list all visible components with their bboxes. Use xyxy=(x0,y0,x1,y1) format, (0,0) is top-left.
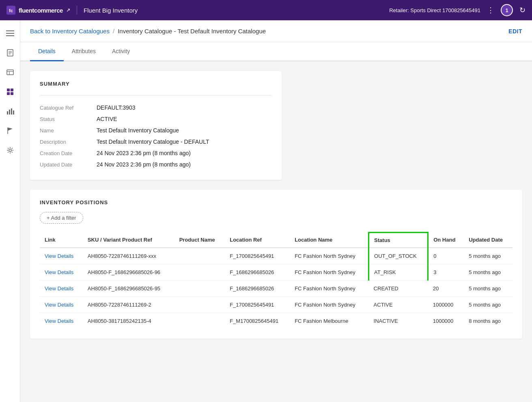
navbar-more-button[interactable]: ⋮ xyxy=(487,6,494,15)
summary-label-status: Status xyxy=(40,116,97,122)
svg-rect-18 xyxy=(11,108,12,115)
cell-location-ref: F_1686296685026 xyxy=(225,281,290,297)
breadcrumb: Back to Inventory Catalogues / Inventory… xyxy=(30,28,266,35)
cell-link[interactable]: View Details xyxy=(40,248,83,264)
col-header-link: Link xyxy=(40,233,83,248)
col-header-status: Status xyxy=(369,233,428,248)
cell-product-name xyxy=(174,313,225,329)
sidebar-item-catalogue[interactable] xyxy=(2,64,18,80)
cell-location-ref: F_1686296685026 xyxy=(225,264,290,281)
edit-button[interactable]: EDIT xyxy=(508,28,522,35)
inventory-positions-section: INVENTORY POSITIONS + Add a filter Link … xyxy=(30,190,522,339)
svg-rect-17 xyxy=(9,110,10,115)
cell-location-name: FC Fashion Melbourne xyxy=(290,313,368,329)
menu-icon xyxy=(6,29,14,37)
cell-updated-date: 5 months ago xyxy=(464,297,513,313)
summary-row-creation-date: Creation Date 24 Nov 2023 2:36 pm (8 mon… xyxy=(40,147,272,159)
svg-marker-21 xyxy=(8,128,13,131)
col-header-updated-date: Updated Date xyxy=(464,233,513,248)
summary-label-name: Name xyxy=(40,128,97,134)
summary-title: SUMMARY xyxy=(40,81,272,87)
cell-on-hand: 0 xyxy=(428,248,464,264)
table-row: View Details AH8050-F_1686296685026-96 F… xyxy=(40,264,513,281)
svg-rect-4 xyxy=(6,35,14,36)
catalogue-icon xyxy=(6,68,14,76)
table-row: View Details AH8050-F_1686296685026-95 F… xyxy=(40,281,513,297)
navbar-retailer-label: Retailer: Sports Direct 1700825645491 xyxy=(389,7,480,13)
summary-value-name: Test Default Inventory Catalogue xyxy=(97,127,179,134)
svg-rect-15 xyxy=(11,92,13,95)
cell-updated-date: 8 months ago xyxy=(464,313,513,329)
settings-icon xyxy=(6,146,14,154)
tab-attributes[interactable]: Attributes xyxy=(64,42,104,61)
navbar: fc fluentcommerce ↗ Fluent Big Inventory… xyxy=(0,0,532,20)
navbar-title: Fluent Big Inventory xyxy=(84,7,383,14)
sidebar-item-orders[interactable] xyxy=(2,45,18,61)
summary-row-updated-date: Updated Date 24 Nov 2023 2:36 pm (8 mont… xyxy=(40,159,272,170)
cell-link[interactable]: View Details xyxy=(40,297,83,313)
navbar-logo-arrow: ↗ xyxy=(66,7,70,13)
cell-on-hand: 1000000 xyxy=(428,297,464,313)
tab-details[interactable]: Details xyxy=(30,42,64,61)
breadcrumb-bar: Back to Inventory Catalogues / Inventory… xyxy=(20,20,532,42)
summary-label-creation-date: Creation Date xyxy=(40,150,97,156)
svg-rect-3 xyxy=(6,33,14,34)
tabs-container: Details Attributes Activity xyxy=(20,42,532,61)
cell-on-hand: 1000000 xyxy=(428,313,464,329)
breadcrumb-separator: / xyxy=(113,28,114,35)
sidebar-item-menu[interactable] xyxy=(2,25,18,41)
sidebar-item-inventory[interactable] xyxy=(2,84,18,100)
svg-rect-13 xyxy=(11,89,13,91)
cell-status: ACTIVE xyxy=(369,297,428,313)
summary-divider xyxy=(40,95,272,95)
cell-status: CREATED xyxy=(369,281,428,297)
summary-value-creation-date: 24 Nov 2023 2:36 pm (8 months ago) xyxy=(97,150,191,156)
cell-sku: AH8050-3817185242135-4 xyxy=(83,313,174,329)
cell-updated-date: 5 months ago xyxy=(464,281,513,297)
cell-status: OUT_OF_STOCK xyxy=(369,248,428,264)
cell-on-hand: 3 xyxy=(428,264,464,281)
cell-on-hand: 20 xyxy=(428,281,464,297)
col-header-location-name: Location Name xyxy=(290,233,368,248)
cell-location-ref: F_1700825645491 xyxy=(225,248,290,264)
summary-value-catalogue-ref: DEFAULT:3903 xyxy=(97,104,135,111)
orders-icon xyxy=(6,49,14,57)
summary-label-updated-date: Updated Date xyxy=(40,162,97,168)
cell-link[interactable]: View Details xyxy=(40,281,83,297)
cell-product-name xyxy=(174,281,225,297)
main-content: Back to Inventory Catalogues / Inventory… xyxy=(20,20,532,402)
cell-link[interactable]: View Details xyxy=(40,264,83,281)
tab-activity[interactable]: Activity xyxy=(104,42,138,61)
summary-value-updated-date: 24 Nov 2023 2:36 pm (8 months ago) xyxy=(97,161,191,168)
cell-location-name: FC Fashion North Sydney xyxy=(290,297,368,313)
navbar-avatar[interactable]: 1 xyxy=(501,4,513,16)
add-filter-button[interactable]: + Add a filter xyxy=(40,212,83,224)
content-area: SUMMARY Catalogue Ref DEFAULT:3903 Statu… xyxy=(20,61,532,348)
sidebar-item-reports[interactable] xyxy=(2,103,18,119)
cell-sku: AH8050-F_1686296685026-95 xyxy=(83,281,174,297)
summary-row-name: Name Test Default Inventory Catalogue xyxy=(40,125,272,136)
cell-location-name: FC Fashion North Sydney xyxy=(290,264,368,281)
svg-rect-2 xyxy=(6,30,14,31)
cell-link[interactable]: View Details xyxy=(40,313,83,329)
table-row: View Details AH8050-3817185242135-4 F_M1… xyxy=(40,313,513,329)
navbar-refresh-button[interactable]: ↻ xyxy=(519,6,526,15)
summary-label-catalogue-ref: Catalogue Ref xyxy=(40,105,97,111)
navbar-logo-text: fluentcommerce xyxy=(19,7,63,14)
sidebar-item-settings[interactable] xyxy=(2,142,18,158)
svg-rect-12 xyxy=(7,89,10,91)
sidebar xyxy=(0,20,20,402)
fluent-logo-icon: fc xyxy=(6,6,15,15)
table-row: View Details AH8050-7228746111269-xxx F_… xyxy=(40,248,513,264)
cell-updated-date: 5 months ago xyxy=(464,264,513,281)
cell-updated-date: 5 months ago xyxy=(464,248,513,264)
sidebar-item-features[interactable] xyxy=(2,123,18,139)
svg-rect-9 xyxy=(7,70,13,75)
cell-status: AT_RISK xyxy=(369,264,428,281)
cell-product-name xyxy=(174,248,225,264)
summary-value-status: ACTIVE xyxy=(97,116,117,122)
breadcrumb-back-link[interactable]: Back to Inventory Catalogues xyxy=(30,28,110,35)
col-header-location-ref: Location Ref xyxy=(225,233,290,248)
summary-row-description: Description Test Default Inventory Catal… xyxy=(40,136,272,147)
summary-row-status: Status ACTIVE xyxy=(40,113,272,125)
